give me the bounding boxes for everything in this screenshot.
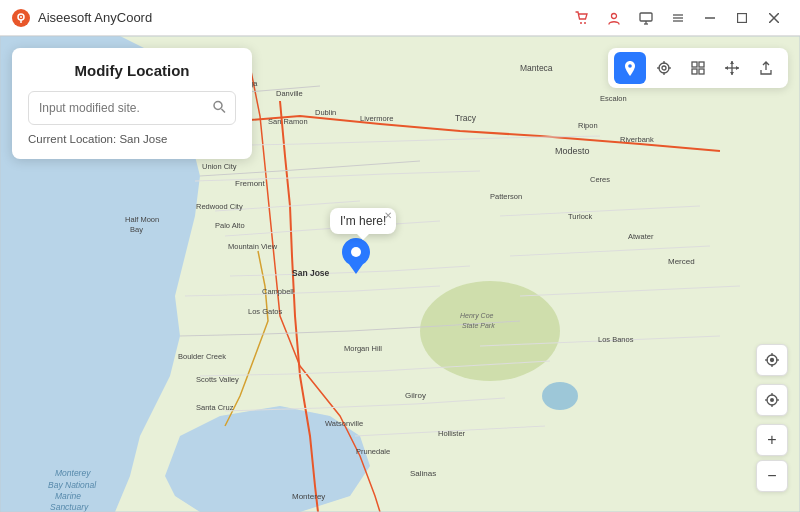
svg-text:Half Moon: Half Moon bbox=[125, 215, 159, 224]
svg-text:Los Banos: Los Banos bbox=[598, 335, 634, 344]
target-mode-button[interactable] bbox=[648, 52, 680, 84]
svg-rect-80 bbox=[692, 69, 697, 74]
svg-text:Manteca: Manteca bbox=[520, 63, 553, 73]
zoom-out-button[interactable]: − bbox=[756, 460, 788, 492]
svg-text:Los Gatos: Los Gatos bbox=[248, 307, 282, 316]
window-controls bbox=[568, 4, 788, 32]
main-content: Berkeley Sausalito Moraga Danville Mante… bbox=[0, 36, 800, 512]
location-mode-button[interactable] bbox=[614, 52, 646, 84]
svg-text:Gilroy: Gilroy bbox=[405, 391, 426, 400]
zoom-in-button[interactable]: + bbox=[756, 424, 788, 456]
svg-text:Union City: Union City bbox=[202, 162, 237, 171]
svg-text:Scotts Valley: Scotts Valley bbox=[196, 375, 239, 384]
map-pin bbox=[342, 238, 370, 278]
svg-point-18 bbox=[420, 281, 560, 381]
svg-line-70 bbox=[222, 109, 226, 113]
export-button[interactable] bbox=[750, 52, 782, 84]
recenter-button[interactable] bbox=[756, 344, 788, 376]
svg-marker-85 bbox=[730, 72, 734, 75]
svg-marker-86 bbox=[725, 66, 728, 70]
svg-rect-6 bbox=[640, 13, 652, 21]
svg-text:Bay National: Bay National bbox=[48, 480, 97, 490]
svg-text:Tracy: Tracy bbox=[455, 113, 477, 123]
svg-point-4 bbox=[584, 22, 586, 24]
svg-text:Turlock: Turlock bbox=[568, 212, 593, 221]
svg-text:Bay: Bay bbox=[130, 225, 143, 234]
svg-point-1 bbox=[20, 16, 22, 18]
svg-text:Dublin: Dublin bbox=[315, 108, 336, 117]
modify-location-panel: Modify Location Current Location: San Jo… bbox=[12, 48, 252, 159]
svg-text:Boulder Creek: Boulder Creek bbox=[178, 352, 226, 361]
svg-text:Marine: Marine bbox=[55, 491, 81, 501]
svg-text:Escalon: Escalon bbox=[600, 94, 627, 103]
svg-text:Sanctuary: Sanctuary bbox=[50, 502, 89, 512]
menu-icon[interactable] bbox=[664, 4, 692, 32]
current-location: Current Location: San Jose bbox=[28, 133, 236, 145]
current-location-value: San Jose bbox=[119, 133, 167, 145]
svg-text:Modesto: Modesto bbox=[555, 146, 590, 156]
svg-point-73 bbox=[662, 66, 666, 70]
svg-text:San Jose: San Jose bbox=[292, 268, 330, 278]
close-button[interactable] bbox=[760, 4, 788, 32]
svg-text:Henry Coe: Henry Coe bbox=[460, 312, 494, 320]
svg-point-3 bbox=[580, 22, 582, 24]
app-title: Aiseesoft AnyCoord bbox=[38, 10, 568, 25]
svg-point-93 bbox=[771, 359, 774, 362]
popup-close-icon[interactable]: ✕ bbox=[384, 211, 392, 221]
map-toolbar bbox=[608, 48, 788, 88]
svg-text:State Park: State Park bbox=[462, 322, 495, 329]
svg-text:Redwood City: Redwood City bbox=[196, 202, 243, 211]
svg-text:Palo Alto: Palo Alto bbox=[215, 221, 245, 230]
maximize-button[interactable] bbox=[728, 4, 756, 32]
svg-point-5 bbox=[612, 13, 617, 18]
svg-text:Watsonville: Watsonville bbox=[325, 419, 363, 428]
search-input[interactable] bbox=[28, 91, 236, 125]
zoom-controls: + − bbox=[756, 344, 788, 492]
move-mode-button[interactable] bbox=[716, 52, 748, 84]
svg-text:Ceres: Ceres bbox=[590, 175, 610, 184]
svg-text:Danville: Danville bbox=[276, 89, 303, 98]
svg-rect-81 bbox=[699, 69, 704, 74]
svg-text:Ripon: Ripon bbox=[578, 121, 598, 130]
svg-rect-79 bbox=[699, 62, 704, 67]
user-icon[interactable] bbox=[600, 4, 628, 32]
svg-text:Mountain View: Mountain View bbox=[228, 242, 278, 251]
svg-text:Livermore: Livermore bbox=[360, 114, 393, 123]
svg-point-68 bbox=[351, 247, 361, 257]
svg-point-99 bbox=[770, 398, 774, 402]
svg-rect-78 bbox=[692, 62, 697, 67]
search-input-wrapper bbox=[28, 91, 236, 125]
svg-point-72 bbox=[659, 63, 669, 73]
svg-text:Campbell: Campbell bbox=[262, 287, 294, 296]
svg-text:Santa Cruz: Santa Cruz bbox=[196, 403, 234, 412]
popup-text: I'm here! bbox=[340, 214, 386, 228]
gps-button[interactable] bbox=[756, 384, 788, 416]
grid-mode-button[interactable] bbox=[682, 52, 714, 84]
svg-marker-84 bbox=[730, 61, 734, 64]
search-button[interactable] bbox=[210, 98, 228, 119]
svg-marker-87 bbox=[736, 66, 739, 70]
zoom-out-label: − bbox=[767, 467, 776, 485]
svg-text:Morgan Hill: Morgan Hill bbox=[344, 344, 382, 353]
svg-text:Salinas: Salinas bbox=[410, 469, 436, 478]
svg-text:Monterey: Monterey bbox=[55, 468, 91, 478]
svg-text:Monterey: Monterey bbox=[292, 492, 325, 501]
panel-title: Modify Location bbox=[28, 62, 236, 79]
svg-point-66 bbox=[542, 382, 578, 410]
monitor-icon[interactable] bbox=[632, 4, 660, 32]
svg-text:Merced: Merced bbox=[668, 257, 695, 266]
svg-text:Atwater: Atwater bbox=[628, 232, 654, 241]
title-bar: Aiseesoft AnyCoord bbox=[0, 0, 800, 36]
minimize-button[interactable] bbox=[696, 4, 724, 32]
zoom-in-label: + bbox=[767, 431, 776, 449]
current-location-label: Current Location: bbox=[28, 133, 119, 145]
svg-text:Prunedale: Prunedale bbox=[356, 447, 390, 456]
cart-icon[interactable] bbox=[568, 4, 596, 32]
svg-text:Patterson: Patterson bbox=[490, 192, 522, 201]
svg-text:Fremont: Fremont bbox=[235, 179, 266, 188]
im-here-popup: ✕ I'm here! bbox=[330, 208, 396, 234]
svg-rect-13 bbox=[738, 13, 747, 22]
app-logo bbox=[12, 9, 30, 27]
svg-text:Hollister: Hollister bbox=[438, 429, 466, 438]
svg-text:San Ramon: San Ramon bbox=[268, 117, 308, 126]
